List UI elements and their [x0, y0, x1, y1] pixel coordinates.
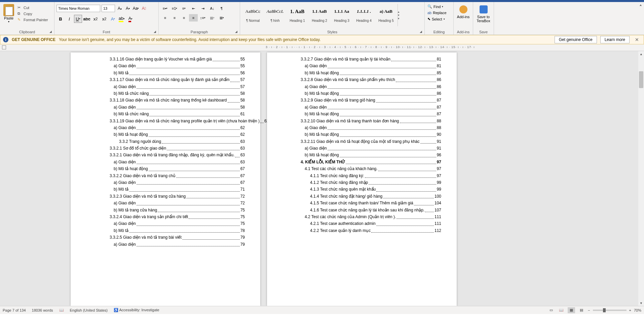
show-marks-button[interactable]: ¶: [217, 5, 226, 12]
shrink-font-button[interactable]: A▾: [124, 5, 131, 12]
tab-selector[interactable]: [2, 45, 6, 49]
page-right[interactable]: 3.3.2.7 Giao diện và mô tả trang quản lý…: [267, 52, 457, 306]
toc-line[interactable]: a) Giao diện88: [301, 124, 441, 131]
change-case-button[interactable]: Aa▾: [132, 5, 139, 12]
toc-line[interactable]: a) Giao diện87: [301, 104, 441, 111]
select-button[interactable]: ⬉Select▾: [427, 16, 451, 22]
grow-font-button[interactable]: A▴: [116, 5, 123, 12]
toc-line[interactable]: 3.3.2 Trang người dùng63: [110, 138, 245, 145]
style-item-4[interactable]: 1.1.1 AaHeading 3: [331, 4, 352, 26]
font-color-button[interactable]: A▾: [126, 15, 135, 23]
find-button[interactable]: 🔍Find▾: [427, 3, 451, 10]
style-item-1[interactable]: AaBbCcL¶ hinh: [264, 4, 286, 26]
terabox-button[interactable]: Save to TeraBox: [475, 5, 492, 23]
clear-format-button[interactable]: A⃠: [141, 5, 147, 12]
toc-line[interactable]: a) Giao diện63: [110, 159, 245, 165]
toc-line[interactable]: 4.2.2 Test case quản lý danh mục112: [301, 227, 441, 234]
toc-line[interactable]: a) Giao diện58: [110, 104, 245, 111]
toc-line[interactable]: a) Giao diện72: [110, 200, 245, 206]
toc-line[interactable]: 4.2 Test các chức năng của Admin (Quản t…: [301, 213, 441, 220]
toc-line[interactable]: b) Mô tả chức năng58: [110, 90, 245, 97]
toc-line[interactable]: b) Mô tả hoạt động87: [301, 111, 441, 117]
font-dialog-launcher[interactable]: ◢: [154, 30, 157, 33]
ribbon-collapse-button[interactable]: ˄: [637, 2, 644, 35]
numbering-button[interactable]: ≡1▾: [170, 5, 179, 12]
vertical-scrollbar[interactable]: ▲ ▼: [638, 51, 644, 306]
style-item-6[interactable]: a) AaBHeading 5: [375, 4, 397, 26]
toc-line[interactable]: a) Giao diện75: [110, 220, 245, 227]
format-painter-button[interactable]: ✎Format Painter: [17, 17, 48, 23]
copy-button[interactable]: ⧉Copy: [17, 11, 48, 17]
shading-button[interactable]: ▦▾: [208, 14, 217, 22]
toc-line[interactable]: 3.3.2.5 Giao diện và mô tả trang bài viế…: [110, 234, 245, 241]
toc-line[interactable]: 3.3.2.11 Giao diện và mô tả hoạt động củ…: [301, 138, 441, 145]
page-indicator[interactable]: Page 7 of 134: [3, 308, 26, 312]
font-name-input[interactable]: [56, 5, 100, 12]
italic-button[interactable]: I: [65, 15, 73, 23]
strike-button[interactable]: abc: [83, 15, 91, 23]
focus-mode-button[interactable]: ▭: [547, 307, 555, 313]
styles-gallery[interactable]: AaBbCc¶ NormalAaBbCcL¶ hinh1. AaBHeading…: [242, 3, 422, 26]
zoom-slider-thumb[interactable]: [603, 308, 606, 312]
align-center-button[interactable]: ≡: [170, 14, 179, 22]
font-size-input[interactable]: [102, 5, 115, 12]
toc-line[interactable]: 4.2.1 Test case authentication admin111: [301, 220, 441, 227]
toc-line[interactable]: b) Mô tả hoạt động96: [301, 152, 441, 158]
borders-button[interactable]: ⊞▾: [217, 14, 226, 22]
toc-line[interactable]: 3.3.2.8 Giao diện và mô tả trang sản phẩ…: [301, 76, 441, 83]
language-indicator[interactable]: English (United States): [70, 308, 108, 312]
align-left-button[interactable]: ≡: [161, 14, 169, 22]
scroll-thumb[interactable]: [639, 71, 643, 88]
word-count[interactable]: 18036 words: [32, 308, 53, 312]
toc-line[interactable]: 3.3.1.16 Giao diện trang quản lý Voucher…: [110, 56, 245, 63]
toc-line[interactable]: b) Mô tả56: [110, 70, 245, 76]
toc-line[interactable]: 3.3.2.4 Giao diện và trang sản phẩm chi …: [110, 213, 245, 220]
toc-line[interactable]: b) Mô tả78: [110, 227, 245, 234]
toc-line[interactable]: 4.1.5 Test case chức năng thanh toán/ Th…: [301, 200, 441, 206]
toc-line[interactable]: a) Giao diện79: [110, 241, 245, 248]
toc-line[interactable]: 4.1 Test các chức năng của khách hàng.97: [301, 165, 441, 172]
decrease-indent-button[interactable]: ⇤: [189, 5, 198, 12]
superscript-button[interactable]: x2: [100, 15, 108, 23]
zoom-in-button[interactable]: +: [629, 308, 631, 312]
toc-line[interactable]: 4.1.3 Test chức năng quên mật khẩu99: [301, 186, 441, 193]
bold-button[interactable]: B: [56, 15, 65, 23]
toc-line[interactable]: a) Giao diện62: [110, 124, 245, 131]
style-item-3[interactable]: 1.1 AaBHeading 2: [309, 4, 330, 26]
zoom-slider[interactable]: [593, 310, 627, 311]
toc-line[interactable]: 4.1.2 Test chức năng đăng nhập99: [301, 179, 441, 186]
learn-more-button[interactable]: Learn more: [600, 36, 630, 43]
bullets-button[interactable]: ≡•▾: [161, 5, 169, 12]
toc-line[interactable]: b) Mô tả hoạt động62: [110, 131, 245, 138]
toc-line[interactable]: 3.3.1.18 Giao diện và mô tả chức năng tr…: [110, 97, 245, 104]
addins-button[interactable]: Add-ins: [456, 5, 471, 19]
toc-line[interactable]: 3.3.2.3 Giao diện và mô tả trang cửa hàn…: [110, 193, 245, 200]
style-item-0[interactable]: AaBbCc¶ Normal: [242, 4, 264, 26]
ruler[interactable]: 3 · ı · 2 · ı · 1 · ı · · ı · 1 · ı · 2 …: [0, 44, 644, 51]
toc-line[interactable]: a) Giao diện86: [301, 83, 441, 90]
print-layout-button[interactable]: ▦: [568, 307, 575, 313]
styles-more-button[interactable]: ▴▾▾: [397, 4, 402, 26]
toc-line[interactable]: 4.1.1 Test chức năng đăng ký:97: [301, 172, 441, 179]
replace-button[interactable]: abReplace: [427, 10, 451, 16]
accessibility-indicator[interactable]: ♿ Accessibility: Investigate: [114, 308, 159, 312]
spell-check-icon[interactable]: 📖: [59, 308, 64, 312]
paragraph-dialog-launcher[interactable]: ◢: [235, 30, 238, 33]
web-layout-button[interactable]: ▤: [578, 307, 585, 313]
page-left[interactable]: 3.3.1.16 Giao diện trang quản lý Voucher…: [71, 52, 260, 306]
cut-button[interactable]: ✂Cut: [17, 5, 48, 11]
toc-line[interactable]: a) Giao diện91: [301, 145, 441, 152]
underline-button[interactable]: U▾: [74, 15, 82, 23]
subscript-button[interactable]: x2: [91, 15, 100, 23]
scroll-up-button[interactable]: ▲: [638, 51, 644, 57]
toc-line[interactable]: a) Giao diện57: [110, 83, 245, 90]
toc-line[interactable]: a) Giao diện67: [110, 179, 245, 186]
toc-line[interactable]: b) Mô tả71: [110, 186, 245, 193]
sort-button[interactable]: A↓: [208, 5, 217, 12]
zoom-out-button[interactable]: −: [588, 308, 590, 312]
toc-line[interactable]: 4. KIỂM LỖI, KIỂM THỬ97: [301, 159, 441, 165]
toc-line[interactable]: 3.3.2.9 Giao diện và mô tả trang giỏ hàn…: [301, 97, 441, 104]
toc-line[interactable]: 4.1.4 Test chức năng đặt hàng/ giỏ hàng1…: [301, 193, 441, 200]
get-genuine-button[interactable]: Get genuine Office: [555, 36, 597, 43]
clipboard-dialog-launcher[interactable]: ◢: [49, 30, 53, 33]
